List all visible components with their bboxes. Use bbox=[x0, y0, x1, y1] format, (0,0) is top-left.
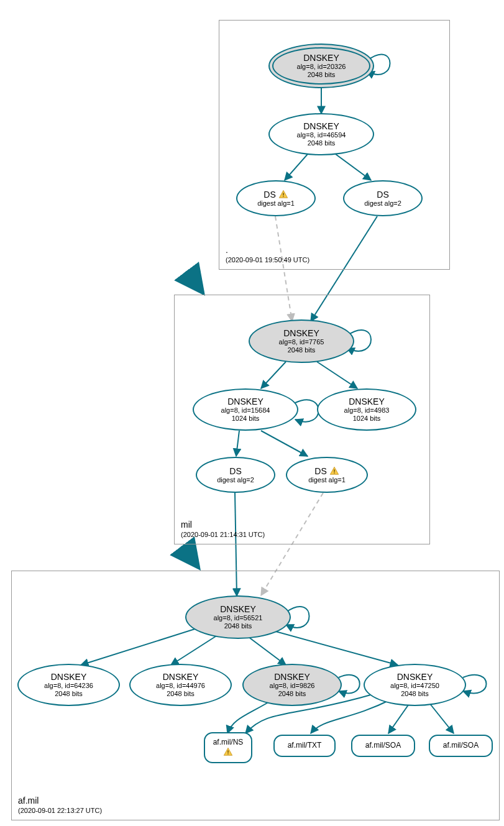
record-af-soa-2: af.mil/SOA bbox=[429, 735, 493, 757]
warning-icon bbox=[223, 747, 233, 757]
svg-rect-3 bbox=[334, 472, 334, 473]
node-af-dnskey-64236: DNSKEY alg=8, id=64236 2048 bits bbox=[17, 664, 120, 706]
svg-rect-0 bbox=[283, 193, 283, 195]
svg-rect-4 bbox=[227, 750, 228, 753]
zone-mil-label: mil (2020-09-01 21:14:31 UTC) bbox=[181, 519, 265, 539]
warning-icon bbox=[278, 190, 288, 200]
svg-rect-1 bbox=[283, 196, 283, 196]
node-root-ksk: DNSKEY alg=8, id=20326 2048 bits bbox=[268, 44, 374, 88]
node-root-ds-alg2: DS digest alg=2 bbox=[343, 180, 423, 216]
node-root-ds-alg1: DS digest alg=1 bbox=[236, 180, 316, 216]
node-af-ksk: DNSKEY alg=8, id=56521 2048 bits bbox=[185, 595, 291, 639]
zone-root-label: . (2020-09-01 19:50:49 UTC) bbox=[226, 244, 309, 264]
record-af-ns: af.mil/NS bbox=[204, 732, 252, 763]
node-root-zsk: DNSKEY alg=8, id=46594 2048 bits bbox=[268, 113, 374, 155]
svg-rect-2 bbox=[334, 469, 334, 472]
svg-rect-5 bbox=[227, 753, 228, 754]
record-af-soa-1: af.mil/SOA bbox=[351, 735, 415, 757]
node-mil-zsk-4983: DNSKEY alg=8, id=4983 1024 bits bbox=[317, 388, 416, 431]
node-mil-ds-alg2: DS digest alg=2 bbox=[196, 457, 275, 493]
zone-afmil-label: af.mil (2020-09-01 22:13:27 UTC) bbox=[18, 795, 102, 815]
node-af-dnskey-47250: DNSKEY alg=8, id=47250 2048 bits bbox=[364, 664, 466, 706]
node-mil-ds-alg1: DS digest alg=1 bbox=[286, 457, 368, 493]
record-af-txt: af.mil/TXT bbox=[273, 735, 336, 757]
warning-icon bbox=[329, 466, 339, 476]
node-af-dnskey-44976: DNSKEY alg=8, id=44976 2048 bits bbox=[129, 664, 232, 706]
node-af-dnskey-9826: DNSKEY alg=8, id=9826 2048 bits bbox=[242, 664, 342, 706]
node-mil-ksk: DNSKEY alg=8, id=7765 2048 bits bbox=[249, 319, 354, 363]
node-mil-zsk-15684: DNSKEY alg=8, id=15684 1024 bits bbox=[193, 388, 298, 431]
